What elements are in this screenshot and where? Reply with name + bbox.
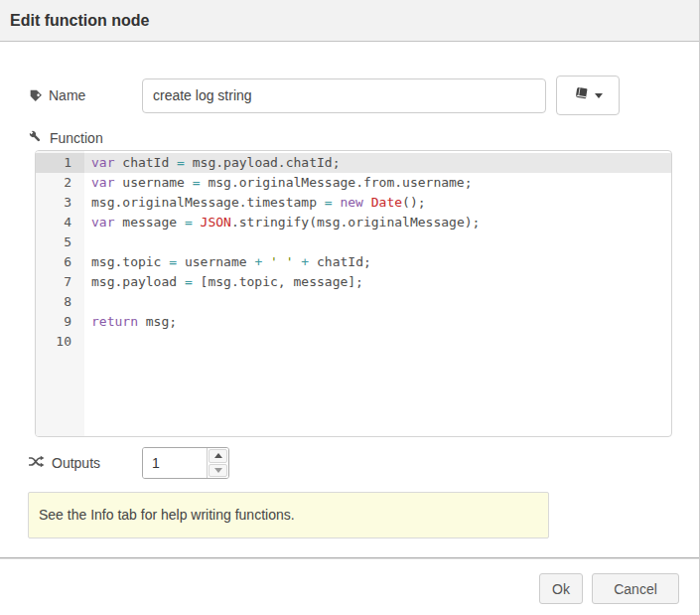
dialog-header: Edit function node [0,0,699,42]
spinner-down-button[interactable] [209,464,227,478]
cancel-button[interactable]: Cancel [592,573,679,604]
ok-button[interactable]: Ok [539,573,583,604]
outputs-row: Outputs [28,447,671,479]
editor-line-number: 10 [36,332,84,352]
editor-line-number: 7 [36,272,84,292]
tag-icon [28,87,42,104]
editor-line-number: 6 [36,252,84,272]
dialog-title: Edit function node [10,12,149,30]
info-tip: See the Info tab for help writing functi… [28,492,549,538]
outputs-label: Outputs [28,455,142,471]
editor-line-number: 4 [36,213,84,232]
outputs-input[interactable] [143,448,207,478]
editor-code-line: msg.topic = username + ' ' + chatId; [84,252,671,272]
editor-line-number: 2 [36,173,84,193]
function-label-text: Function [50,130,103,146]
dialog-body: Name [0,76,699,538]
outputs-label-text: Outputs [52,455,100,471]
editor-code: var chatId = msg.payload.chatId;var user… [84,151,671,352]
function-label-row: Function [28,130,671,146]
library-button[interactable] [556,76,620,115]
name-input[interactable] [142,78,546,113]
dialog-footer: Ok Cancel [0,557,699,615]
editor-line-number: 1 [36,153,84,173]
editor-gutter: 12345678910 [36,151,84,436]
name-label: Name [28,87,142,104]
spinner-up-button[interactable] [209,449,227,463]
editor-line-number: 3 [36,193,84,213]
name-label-text: Name [49,87,85,103]
editor-code-line [84,292,671,312]
editor-code-line [84,232,671,252]
editor-code-line: var username = msg.originalMessage.from.… [84,173,671,193]
editor-code-line: var chatId = msg.payload.chatId; [84,153,671,173]
outputs-spinner [142,447,229,479]
spinner-buttons [207,448,228,478]
arrow-down-icon [214,468,222,473]
editor-line-number: 9 [36,312,84,332]
chevron-down-icon [595,93,603,98]
editor-code-line: msg.originalMessage.timestamp = new Date… [84,193,671,213]
arrow-up-icon [214,453,222,458]
shuffle-icon [28,455,45,471]
editor-code-line: var message = JSON.stringify(msg.origina… [84,213,671,232]
function-label: Function [28,129,142,147]
editor-code-line: return msg; [84,312,671,332]
editor-line-number: 5 [36,232,84,252]
editor-code-line: msg.payload = [msg.topic, message]; [84,272,671,292]
editor-line-number: 8 [36,292,84,312]
wrench-icon [28,129,43,147]
editor-code-line [84,332,671,352]
name-row: Name [28,76,671,115]
edit-function-node-dialog: Edit function node Name [0,0,700,615]
book-icon [574,86,589,104]
function-code-editor[interactable]: 12345678910 var chatId = msg.payload.cha… [35,150,672,437]
